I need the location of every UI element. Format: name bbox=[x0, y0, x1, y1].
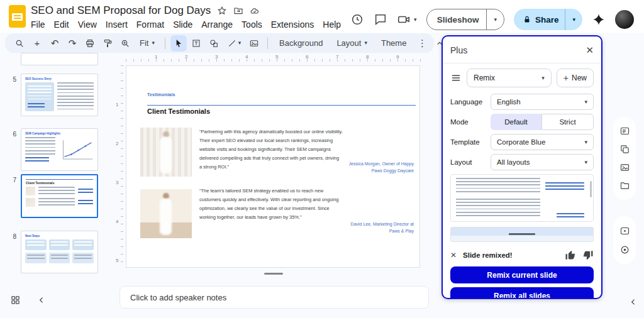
undo-icon[interactable]: ↶ bbox=[47, 35, 63, 52]
chapter-slide-thumbnail[interactable] bbox=[450, 227, 594, 242]
chevron-down-icon: ▾ bbox=[584, 140, 587, 145]
new-button[interactable]: + New bbox=[557, 69, 594, 87]
menu-view[interactable]: View bbox=[74, 19, 101, 30]
menu-tools[interactable]: Tools bbox=[237, 19, 267, 30]
menu-insert[interactable]: Insert bbox=[101, 19, 132, 30]
mode-strict-button[interactable]: Strict bbox=[541, 114, 594, 130]
zoom-select[interactable]: Fit▾ bbox=[135, 38, 160, 48]
tool-select[interactable]: Remix ▾ bbox=[467, 69, 552, 87]
testimonial-attribution-2[interactable]: David Lee, Marketing Director at Paws & … bbox=[343, 221, 414, 234]
testimonial-photo-2[interactable] bbox=[140, 189, 192, 238]
thumbnail-graphic bbox=[26, 198, 93, 207]
slide-thumbnail-6[interactable]: SEM Campaign Highlights bbox=[21, 128, 98, 171]
thumbs-down-icon[interactable] bbox=[582, 249, 594, 261]
slideshow-dropdown[interactable]: ▾ bbox=[486, 9, 504, 30]
shape-icon[interactable] bbox=[206, 35, 222, 52]
menu-edit[interactable]: Edit bbox=[50, 19, 74, 30]
folder-icon[interactable] bbox=[619, 180, 630, 191]
copy-icon[interactable] bbox=[619, 144, 630, 155]
menu-arrange[interactable]: Arrange bbox=[197, 19, 237, 30]
remix-preview-list[interactable] bbox=[450, 174, 594, 222]
comments-icon[interactable] bbox=[374, 13, 387, 26]
toast-close-icon[interactable]: ✕ bbox=[450, 251, 457, 260]
line-tool-icon[interactable]: ▾ bbox=[223, 35, 245, 52]
slide-thumbnail-5[interactable]: SEO Success Story bbox=[21, 74, 98, 116]
mode-default-button[interactable]: Default bbox=[491, 114, 541, 130]
select-tool-icon[interactable] bbox=[170, 35, 187, 52]
preview-slide-1[interactable] bbox=[456, 178, 584, 194]
cloud-saved-icon[interactable] bbox=[250, 6, 260, 16]
chevron-down-icon[interactable]: ▾ bbox=[414, 17, 417, 23]
layout-select[interactable]: All layouts ▾ bbox=[491, 154, 594, 170]
meet-button[interactable]: ▾ bbox=[397, 13, 417, 26]
move-folder-icon[interactable] bbox=[233, 6, 243, 16]
thumbnail-graphic bbox=[25, 239, 94, 250]
search-menus-icon[interactable] bbox=[11, 35, 28, 52]
thumbs-up-icon[interactable] bbox=[565, 249, 576, 261]
lock-icon bbox=[514, 15, 531, 24]
theme-button[interactable]: Theme bbox=[375, 38, 413, 48]
star-icon[interactable] bbox=[217, 6, 227, 16]
grid-view-icon[interactable] bbox=[10, 295, 21, 305]
version-history-icon[interactable] bbox=[350, 13, 364, 26]
user-avatar[interactable] bbox=[615, 10, 634, 29]
slide-eyebrow[interactable]: Testimonials bbox=[147, 92, 175, 97]
remix-current-slide-button[interactable]: Remix current slide bbox=[450, 266, 594, 283]
slide-thumbnail-partial[interactable] bbox=[21, 53, 98, 65]
testimonial-quote-2[interactable]: “The team’s tailored SEM strategy enable… bbox=[199, 187, 343, 222]
layout-button[interactable]: Layout▾ bbox=[330, 38, 374, 48]
share-button[interactable]: Share ▾ bbox=[514, 9, 582, 30]
mode-label: Mode bbox=[450, 118, 491, 126]
insert-image-icon[interactable] bbox=[246, 35, 262, 52]
chapter-title-placeholder bbox=[509, 233, 535, 235]
text-box-icon[interactable] bbox=[188, 35, 204, 52]
zoom-icon[interactable] bbox=[117, 35, 133, 52]
preview-slide-2[interactable] bbox=[456, 199, 584, 217]
panel-header: Plus ✕ bbox=[450, 43, 594, 58]
testimonial-quote-1[interactable]: “Partnering with this agency dramaticall… bbox=[199, 128, 343, 171]
redo-icon[interactable]: ↷ bbox=[64, 35, 80, 52]
play-icon[interactable] bbox=[619, 226, 630, 236]
menu-extensions[interactable]: Extensions bbox=[267, 19, 318, 30]
slide-thumbnail-8[interactable]: Next Steps bbox=[21, 231, 98, 273]
slide-thumbnail-7-selected[interactable]: Client Testimonials bbox=[21, 174, 98, 218]
template-label: Template bbox=[450, 138, 491, 146]
collapse-filmstrip-icon[interactable] bbox=[36, 295, 47, 305]
testimonial-photo-1[interactable] bbox=[140, 128, 192, 177]
speaker-notes[interactable]: Click to add speaker notes bbox=[119, 286, 429, 309]
close-icon[interactable]: ✕ bbox=[586, 45, 594, 56]
menu-slide[interactable]: Slide bbox=[169, 19, 197, 30]
slideshow-button[interactable]: Slideshow ▾ bbox=[426, 9, 504, 30]
video-call-icon bbox=[397, 13, 411, 26]
document-title[interactable]: SEO and SEM Proposal for Dog Days bbox=[31, 4, 211, 17]
language-value: English bbox=[497, 98, 521, 106]
chevron-down-icon: ▾ bbox=[238, 40, 242, 46]
menu-format[interactable]: Format bbox=[132, 19, 169, 30]
menu-file[interactable]: File bbox=[26, 19, 50, 30]
record-circle-icon[interactable] bbox=[619, 244, 630, 255]
template-select[interactable]: Corporate Blue ▾ bbox=[491, 134, 594, 150]
image-icon[interactable] bbox=[619, 162, 630, 173]
background-button[interactable]: Background bbox=[273, 38, 329, 48]
paint-format-icon[interactable] bbox=[99, 35, 116, 52]
slides-logo[interactable] bbox=[9, 5, 26, 28]
remix-all-slides-button[interactable]: Remix all slides bbox=[450, 287, 594, 299]
collapse-side-panel-icon[interactable] bbox=[628, 297, 639, 307]
notes-resize-handle[interactable] bbox=[264, 273, 283, 275]
chevron-down-icon: ▾ bbox=[572, 17, 575, 23]
testimonial-attribution-1[interactable]: Jessica Morgan, Owner of Happy Paws Dogg… bbox=[343, 160, 414, 174]
thumbnail-title: SEM Campaign Highlights bbox=[25, 132, 94, 135]
menu-help[interactable]: Help bbox=[318, 19, 345, 30]
slide-canvas[interactable]: Testimonials Client Testimonials “Partne… bbox=[126, 65, 420, 268]
gemini-icon[interactable] bbox=[592, 13, 606, 26]
scrollbar[interactable] bbox=[590, 181, 592, 197]
more-options-icon[interactable]: ⋮ bbox=[414, 35, 430, 52]
slide-title[interactable]: Client Testimonials bbox=[147, 107, 210, 115]
print-icon[interactable] bbox=[82, 35, 98, 52]
menu-icon[interactable] bbox=[450, 72, 462, 84]
new-slide-icon[interactable]: + bbox=[29, 35, 45, 52]
tool-select-value: Remix bbox=[474, 74, 495, 82]
language-select[interactable]: English ▾ bbox=[491, 94, 594, 110]
share-dropdown[interactable]: ▾ bbox=[565, 9, 582, 30]
notes-card-icon[interactable] bbox=[619, 126, 630, 136]
